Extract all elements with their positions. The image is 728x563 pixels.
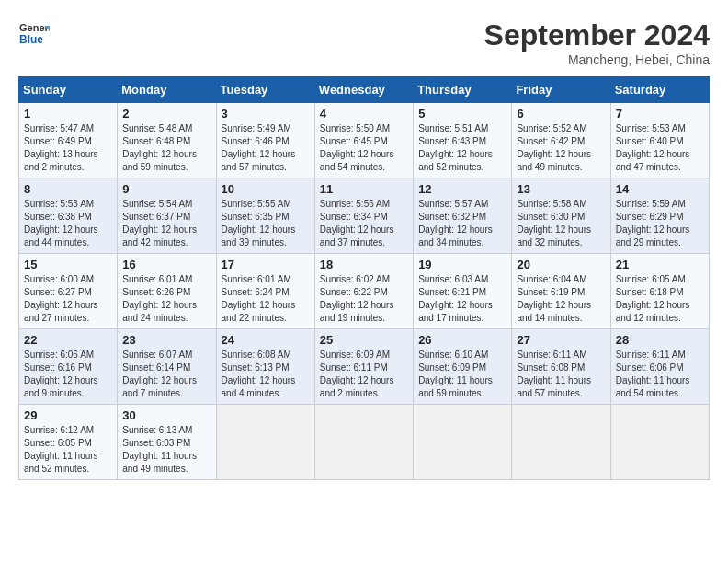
day-number: 7	[616, 107, 704, 121]
calendar-week-row: 8Sunrise: 5:53 AM Sunset: 6:38 PM Daylig…	[19, 178, 710, 254]
day-info: Sunrise: 6:08 AM Sunset: 6:13 PM Dayligh…	[222, 349, 310, 400]
month-title: September 2024	[484, 18, 710, 52]
calendar-day-cell: 23Sunrise: 6:07 AM Sunset: 6:14 PM Dayli…	[118, 329, 216, 405]
calendar-day-cell: 12Sunrise: 5:57 AM Sunset: 6:32 PM Dayli…	[414, 178, 512, 254]
day-info: Sunrise: 6:10 AM Sunset: 6:09 PM Dayligh…	[418, 349, 506, 400]
calendar-day-cell: 26Sunrise: 6:10 AM Sunset: 6:09 PM Dayli…	[414, 329, 512, 405]
calendar-day-cell: 24Sunrise: 6:08 AM Sunset: 6:13 PM Dayli…	[216, 329, 314, 405]
calendar-week-row: 15Sunrise: 6:00 AM Sunset: 6:27 PM Dayli…	[19, 254, 710, 329]
calendar-table: SundayMondayTuesdayWednesdayThursdayFrid…	[18, 76, 710, 480]
logo-svg: General Blue	[18, 18, 50, 50]
day-number: 2	[122, 107, 210, 121]
day-info: Sunrise: 6:09 AM Sunset: 6:11 PM Dayligh…	[320, 349, 408, 400]
day-number: 10	[222, 182, 310, 196]
svg-text:Blue: Blue	[19, 33, 43, 46]
day-number: 15	[24, 258, 112, 271]
calendar-day-cell	[216, 405, 314, 480]
day-number: 12	[418, 182, 506, 196]
weekday-header: Saturday	[610, 77, 709, 103]
calendar-day-cell: 14Sunrise: 5:59 AM Sunset: 6:29 PM Dayli…	[610, 178, 709, 254]
calendar-day-cell: 9Sunrise: 5:54 AM Sunset: 6:37 PM Daylig…	[118, 178, 216, 254]
day-number: 24	[222, 333, 310, 347]
calendar-day-cell	[314, 405, 413, 480]
calendar-day-cell: 3Sunrise: 5:49 AM Sunset: 6:46 PM Daylig…	[216, 103, 314, 178]
calendar-day-cell: 1Sunrise: 5:47 AM Sunset: 6:49 PM Daylig…	[19, 103, 118, 178]
day-info: Sunrise: 6:04 AM Sunset: 6:19 PM Dayligh…	[517, 273, 605, 325]
day-number: 30	[122, 408, 210, 422]
weekday-header: Monday	[118, 77, 216, 103]
calendar-day-cell: 10Sunrise: 5:55 AM Sunset: 6:35 PM Dayli…	[216, 178, 314, 254]
day-number: 22	[24, 333, 112, 347]
day-info: Sunrise: 5:58 AM Sunset: 6:30 PM Dayligh…	[517, 198, 605, 249]
calendar-week-row: 29Sunrise: 6:12 AM Sunset: 6:05 PM Dayli…	[19, 405, 710, 480]
day-info: Sunrise: 5:51 AM Sunset: 6:43 PM Dayligh…	[418, 122, 506, 174]
day-info: Sunrise: 5:54 AM Sunset: 6:37 PM Dayligh…	[122, 198, 210, 249]
calendar-day-cell: 28Sunrise: 6:11 AM Sunset: 6:06 PM Dayli…	[610, 329, 709, 405]
day-number: 29	[24, 408, 112, 422]
weekday-header: Tuesday	[216, 77, 314, 103]
calendar-day-cell: 15Sunrise: 6:00 AM Sunset: 6:27 PM Dayli…	[19, 254, 118, 329]
day-info: Sunrise: 5:52 AM Sunset: 6:42 PM Dayligh…	[517, 122, 605, 174]
day-info: Sunrise: 5:49 AM Sunset: 6:46 PM Dayligh…	[222, 122, 310, 174]
calendar-day-cell: 22Sunrise: 6:06 AM Sunset: 6:16 PM Dayli…	[19, 329, 118, 405]
svg-text:General: General	[19, 22, 50, 33]
day-number: 9	[122, 182, 210, 196]
day-info: Sunrise: 5:50 AM Sunset: 6:45 PM Dayligh…	[320, 122, 408, 174]
day-number: 6	[517, 107, 605, 121]
weekday-header: Sunday	[19, 77, 118, 103]
day-number: 17	[222, 258, 310, 271]
calendar-day-cell	[610, 405, 709, 480]
day-info: Sunrise: 6:11 AM Sunset: 6:06 PM Dayligh…	[616, 349, 704, 400]
calendar-day-cell: 11Sunrise: 5:56 AM Sunset: 6:34 PM Dayli…	[314, 178, 413, 254]
day-info: Sunrise: 6:12 AM Sunset: 6:05 PM Dayligh…	[24, 424, 112, 476]
day-info: Sunrise: 5:55 AM Sunset: 6:35 PM Dayligh…	[222, 198, 310, 249]
day-info: Sunrise: 6:13 AM Sunset: 6:03 PM Dayligh…	[122, 424, 210, 476]
day-number: 20	[517, 258, 605, 271]
day-info: Sunrise: 5:57 AM Sunset: 6:32 PM Dayligh…	[418, 198, 506, 249]
day-info: Sunrise: 5:53 AM Sunset: 6:40 PM Dayligh…	[616, 122, 704, 174]
day-number: 11	[320, 182, 408, 196]
calendar-week-row: 1Sunrise: 5:47 AM Sunset: 6:49 PM Daylig…	[19, 103, 710, 178]
calendar-day-cell: 8Sunrise: 5:53 AM Sunset: 6:38 PM Daylig…	[19, 178, 118, 254]
day-info: Sunrise: 5:59 AM Sunset: 6:29 PM Dayligh…	[616, 198, 704, 249]
calendar-day-cell: 16Sunrise: 6:01 AM Sunset: 6:26 PM Dayli…	[118, 254, 216, 329]
calendar-day-cell: 29Sunrise: 6:12 AM Sunset: 6:05 PM Dayli…	[19, 405, 118, 480]
day-info: Sunrise: 5:48 AM Sunset: 6:48 PM Dayligh…	[122, 122, 210, 174]
location-subtitle: Mancheng, Hebei, China	[484, 52, 710, 67]
day-info: Sunrise: 5:53 AM Sunset: 6:38 PM Dayligh…	[24, 198, 112, 249]
day-number: 8	[24, 182, 112, 196]
day-info: Sunrise: 6:02 AM Sunset: 6:22 PM Dayligh…	[320, 273, 408, 325]
day-number: 26	[418, 333, 506, 347]
calendar-day-cell: 7Sunrise: 5:53 AM Sunset: 6:40 PM Daylig…	[610, 103, 709, 178]
day-info: Sunrise: 5:47 AM Sunset: 6:49 PM Dayligh…	[24, 122, 112, 174]
calendar-day-cell: 20Sunrise: 6:04 AM Sunset: 6:19 PM Dayli…	[512, 254, 610, 329]
weekday-header: Friday	[512, 77, 610, 103]
weekday-header: Thursday	[414, 77, 512, 103]
day-number: 3	[222, 107, 310, 121]
day-info: Sunrise: 6:06 AM Sunset: 6:16 PM Dayligh…	[24, 349, 112, 400]
weekday-header: Wednesday	[314, 77, 413, 103]
day-number: 25	[320, 333, 408, 347]
day-number: 1	[24, 107, 112, 121]
day-number: 23	[122, 333, 210, 347]
calendar-day-cell	[414, 405, 512, 480]
day-number: 21	[616, 258, 704, 271]
day-number: 27	[517, 333, 605, 347]
calendar-day-cell: 25Sunrise: 6:09 AM Sunset: 6:11 PM Dayli…	[314, 329, 413, 405]
calendar-day-cell: 21Sunrise: 6:05 AM Sunset: 6:18 PM Dayli…	[610, 254, 709, 329]
day-info: Sunrise: 6:11 AM Sunset: 6:08 PM Dayligh…	[517, 349, 605, 400]
calendar-day-cell: 19Sunrise: 6:03 AM Sunset: 6:21 PM Dayli…	[414, 254, 512, 329]
calendar-day-cell: 27Sunrise: 6:11 AM Sunset: 6:08 PM Dayli…	[512, 329, 610, 405]
calendar-day-cell: 13Sunrise: 5:58 AM Sunset: 6:30 PM Dayli…	[512, 178, 610, 254]
day-number: 16	[122, 258, 210, 271]
day-info: Sunrise: 6:01 AM Sunset: 6:24 PM Dayligh…	[222, 273, 310, 325]
calendar-day-cell: 18Sunrise: 6:02 AM Sunset: 6:22 PM Dayli…	[314, 254, 413, 329]
day-info: Sunrise: 5:56 AM Sunset: 6:34 PM Dayligh…	[320, 198, 408, 249]
day-info: Sunrise: 6:00 AM Sunset: 6:27 PM Dayligh…	[24, 273, 112, 325]
calendar-week-row: 22Sunrise: 6:06 AM Sunset: 6:16 PM Dayli…	[19, 329, 710, 405]
calendar-day-cell: 2Sunrise: 5:48 AM Sunset: 6:48 PM Daylig…	[118, 103, 216, 178]
day-number: 28	[616, 333, 704, 347]
calendar-day-cell: 30Sunrise: 6:13 AM Sunset: 6:03 PM Dayli…	[118, 405, 216, 480]
day-info: Sunrise: 6:07 AM Sunset: 6:14 PM Dayligh…	[122, 349, 210, 400]
page-header: General Blue September 2024 Mancheng, He…	[18, 18, 710, 67]
